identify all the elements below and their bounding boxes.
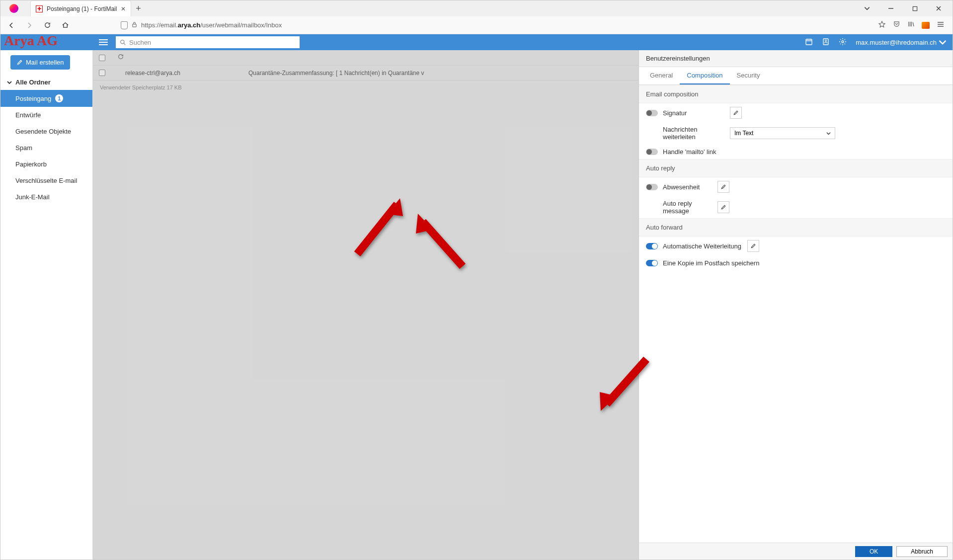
setting-signature: Signatur <box>639 103 953 122</box>
tab-security[interactable]: Security <box>730 67 767 84</box>
away-label: Abwesenheit <box>663 183 713 191</box>
sidebar-toggle-button[interactable] <box>99 38 108 47</box>
toggle-auto-forward[interactable] <box>646 243 658 249</box>
keep-copy-label: Eine Kopie im Postfach speichern <box>663 259 759 267</box>
bookmark-star-icon[interactable] <box>878 20 886 30</box>
nav-back-button[interactable] <box>4 18 18 32</box>
chevron-down-icon <box>6 80 12 85</box>
setting-away: Abwesenheit <box>639 177 953 196</box>
window-minimize-button[interactable] <box>884 1 898 15</box>
folder-junk[interactable]: Junk-E-Mail <box>0 189 92 205</box>
setting-auto-reply-msg: Auto reply message <box>639 196 953 218</box>
ok-button[interactable]: OK <box>855 546 892 557</box>
auto-forward-label: Automatische Weiterleitung <box>663 242 742 250</box>
app-header: Suchen max.muster@ihredomain.ch <box>0 34 953 50</box>
compose-button[interactable]: Mail erstellen <box>10 55 70 70</box>
search-input[interactable]: Suchen <box>116 36 300 48</box>
user-email: max.muster@ihredomain.ch <box>856 39 937 46</box>
settings-gear-icon[interactable] <box>839 38 847 47</box>
search-placeholder: Suchen <box>129 39 151 46</box>
svg-rect-0 <box>913 6 917 10</box>
lock-icon <box>132 21 137 29</box>
tabs-dropdown-icon[interactable] <box>860 1 874 15</box>
edit-away-button[interactable] <box>717 181 729 193</box>
titlebar-right <box>860 1 953 15</box>
forward-mode-value: Im Text <box>734 130 753 137</box>
navbar-right <box>878 20 949 30</box>
contacts-icon[interactable] <box>822 38 830 47</box>
tab-composition[interactable]: Composition <box>680 67 729 84</box>
library-icon[interactable] <box>907 20 915 30</box>
folder-encrypted[interactable]: Verschlüsselte E-mail <box>0 172 92 189</box>
svg-rect-3 <box>806 39 812 45</box>
calendar-icon[interactable] <box>805 38 813 47</box>
inbox-badge: 1 <box>55 94 63 102</box>
section-auto-reply: Auto reply <box>639 159 953 177</box>
folder-trash[interactable]: Papierkorb <box>0 156 92 172</box>
chevron-down-icon <box>939 38 947 46</box>
folder-inbox[interactable]: Posteingang 1 <box>0 90 92 107</box>
setting-mailto: Handle 'mailto' link <box>639 144 953 159</box>
auto-reply-msg-label: Auto reply message <box>663 200 713 215</box>
setting-auto-forward: Automatische Weiterleitung <box>639 237 953 255</box>
url-bar[interactable]: https://email.arya.ch/user/webmail/mailb… <box>121 21 618 29</box>
svg-rect-1 <box>133 24 136 27</box>
panel-title: Benutzereinstellungen <box>639 50 953 67</box>
chevron-down-icon <box>826 131 831 136</box>
panel-footer: OK Abbruch <box>639 543 953 560</box>
folder-sent[interactable]: Gesendete Objekte <box>0 123 92 140</box>
browser-tab[interactable]: ✚ Posteingang (1) - FortiMail ✕ <box>30 0 131 16</box>
browser-titlebar: ✚ Posteingang (1) - FortiMail ✕ + <box>0 0 953 16</box>
firefox-icon <box>9 4 18 13</box>
svg-point-6 <box>842 41 844 43</box>
tab-title: Posteingang (1) - FortiMail <box>47 5 117 12</box>
edit-auto-forward-button[interactable] <box>747 240 759 252</box>
browser-menu-button[interactable] <box>937 20 945 30</box>
setting-keep-copy: Eine Kopie im Postfach speichern <box>639 255 953 270</box>
annotation-arrow-2 <box>413 212 468 271</box>
nav-home-button[interactable] <box>58 18 72 32</box>
folder-label: Posteingang <box>15 95 51 102</box>
fortimail-favicon-icon: ✚ <box>36 5 43 12</box>
pocket-icon[interactable] <box>893 20 900 30</box>
nav-reload-button[interactable] <box>40 18 54 32</box>
close-tab-icon[interactable]: ✕ <box>121 5 126 12</box>
user-menu[interactable]: max.muster@ihredomain.ch <box>856 38 947 46</box>
url-text: https://email.arya.ch/user/webmail/mailb… <box>141 21 282 29</box>
folder-drafts[interactable]: Entwürfe <box>0 107 92 123</box>
signature-label: Signatur <box>663 109 725 117</box>
folder-spam[interactable]: Spam <box>0 140 92 156</box>
settings-tabs: General Composition Security <box>639 67 953 85</box>
titlebar-left: ✚ Posteingang (1) - FortiMail ✕ + <box>0 0 145 16</box>
mailto-label: Handle 'mailto' link <box>663 148 716 156</box>
toggle-away[interactable] <box>646 184 658 190</box>
new-tab-button[interactable]: + <box>131 1 145 15</box>
pencil-icon <box>16 59 23 66</box>
section-auto-forward: Auto forward <box>639 218 953 237</box>
tab-general[interactable]: General <box>643 67 680 84</box>
svg-point-5 <box>825 40 827 41</box>
toggle-keep-copy[interactable] <box>646 260 658 266</box>
edit-signature-button[interactable] <box>730 107 742 119</box>
sidebar: Mail erstellen Alle Ordner Posteingang 1… <box>0 50 93 560</box>
window-close-button[interactable] <box>932 1 946 15</box>
browser-navbar: https://email.arya.ch/user/webmail/mailb… <box>0 16 953 34</box>
all-folders-label: Alle Ordner <box>15 79 51 86</box>
account-icon[interactable] <box>922 22 930 29</box>
nav-forward-button[interactable] <box>22 18 36 32</box>
section-email-composition: Email composition <box>639 85 953 103</box>
window-maximize-button[interactable] <box>908 1 922 15</box>
edit-auto-reply-button[interactable] <box>717 201 729 213</box>
toggle-signature[interactable] <box>646 110 658 116</box>
folders-header[interactable]: Alle Ordner <box>0 75 92 90</box>
forward-mode-select[interactable]: Im Text <box>730 127 835 139</box>
shield-icon <box>121 21 128 29</box>
annotation-arrow-1 <box>352 194 407 259</box>
annotation-arrow-3 <box>597 354 651 414</box>
settings-panel: Benutzereinstellungen General Compositio… <box>638 50 953 560</box>
compose-label: Mail erstellen <box>26 59 64 66</box>
search-icon <box>120 39 126 46</box>
header-right: max.muster@ihredomain.ch <box>805 38 953 47</box>
toggle-mailto[interactable] <box>646 149 658 155</box>
cancel-button[interactable]: Abbruch <box>896 546 948 557</box>
